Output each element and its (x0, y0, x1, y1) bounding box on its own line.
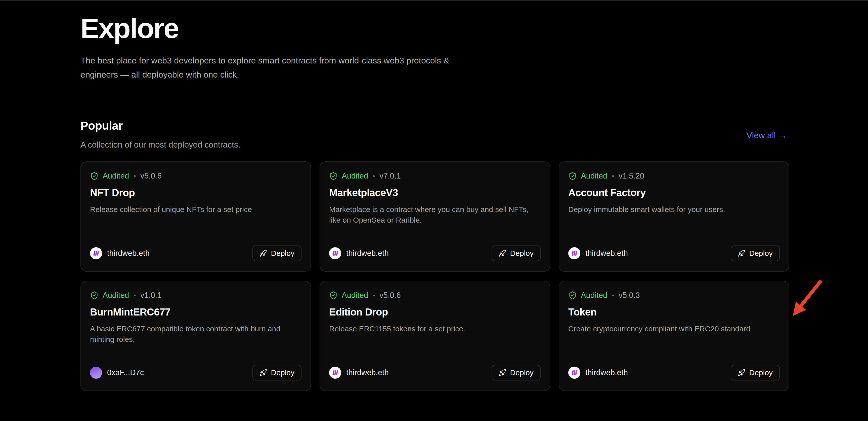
deploy-button[interactable]: Deploy (492, 365, 540, 381)
popular-heading: Popular (81, 119, 123, 133)
publisher-avatar[interactable] (329, 367, 341, 379)
contract-card-marketplacev3[interactable]: Audited • v7.0.1 MarketplaceV3 Marketpla… (319, 161, 550, 272)
contract-card-token[interactable]: Audited • v5.0.3 Token Create cryptocurr… (559, 281, 789, 391)
thirdweb-logo-icon (332, 370, 339, 376)
arrow-right-icon: → (779, 131, 787, 140)
card-footer: 0xaF...D7c Deploy (90, 365, 302, 381)
deploy-label: Deploy (510, 368, 534, 377)
audited-badge-label: Audited (102, 291, 129, 300)
deploy-button[interactable]: Deploy (731, 246, 780, 261)
version-label: v5.0.3 (619, 291, 640, 300)
contract-description: Release ERC1155 tokens for a set price. (329, 324, 541, 334)
audited-badge-label: Audited (102, 171, 129, 180)
thirdweb-logo-icon (571, 370, 578, 376)
popular-cards-grid: Audited • v5.0.6 NFT Drop Release collec… (81, 161, 789, 391)
shield-check-icon (329, 291, 338, 300)
publisher-name[interactable]: thirdweb.eth (585, 249, 628, 258)
rocket-icon (259, 250, 267, 257)
card-badge-row: Audited • v5.0.6 (90, 171, 162, 180)
deploy-label: Deploy (271, 368, 294, 377)
page-title: Explore (81, 12, 179, 45)
contract-title: BurnMintERC677 (90, 306, 170, 318)
card-footer: thirdweb.eth Deploy (329, 365, 540, 381)
audited-badge-label: Audited (581, 291, 607, 300)
deploy-button[interactable]: Deploy (252, 246, 302, 261)
contract-title: Token (568, 306, 596, 318)
contract-title: Edition Drop (329, 306, 388, 318)
top-divider (0, 0, 868, 1)
publisher-name[interactable]: thirdweb.eth (107, 249, 150, 258)
publisher-name[interactable]: thirdweb.eth (346, 368, 389, 377)
dot-separator: • (372, 291, 375, 299)
publisher-avatar[interactable] (329, 247, 341, 259)
contract-card-nft-drop[interactable]: Audited • v5.0.6 NFT Drop Release collec… (81, 161, 311, 272)
thirdweb-logo-icon (93, 250, 100, 256)
contract-title: MarketplaceV3 (329, 187, 398, 198)
version-label: v7.0.1 (379, 171, 401, 180)
deploy-button[interactable]: Deploy (731, 365, 780, 381)
rocket-icon (499, 250, 506, 257)
shield-check-icon (568, 172, 577, 180)
rocket-icon (738, 369, 745, 376)
dot-separator: • (611, 291, 615, 299)
version-label: v1.5.20 (619, 171, 644, 180)
rocket-icon (738, 250, 745, 257)
contract-description: Deploy immutable smart wallets for your … (568, 204, 781, 215)
contract-card-edition-drop[interactable]: Audited • v5.0.6 Edition Drop Release ER… (319, 281, 550, 391)
dot-separator: • (133, 172, 136, 180)
card-badge-row: Audited • v7.0.1 (329, 171, 401, 180)
contract-title: Account Factory (568, 187, 646, 198)
deploy-label: Deploy (510, 249, 534, 258)
deploy-button[interactable]: Deploy (252, 365, 302, 381)
deploy-label: Deploy (749, 368, 773, 377)
version-label: v1.0.1 (140, 291, 161, 300)
publisher-name[interactable]: thirdweb.eth (585, 368, 628, 377)
deploy-label: Deploy (271, 249, 294, 258)
card-footer: thirdweb.eth Deploy (90, 246, 302, 261)
popular-subheading: A collection of our most deployed contra… (81, 140, 241, 149)
shield-check-icon (329, 172, 338, 180)
shield-check-icon (90, 291, 99, 300)
shield-check-icon (90, 172, 99, 180)
dot-separator: • (372, 172, 375, 180)
contract-card-account-factory[interactable]: Audited • v1.5.20 Account Factory Deploy… (559, 161, 789, 272)
contract-description: Create cryptocurrency compliant with ERC… (568, 324, 781, 334)
version-label: v5.0.6 (140, 171, 161, 180)
publisher-name[interactable]: 0xaF...D7c (107, 368, 144, 377)
publisher-avatar[interactable] (90, 367, 102, 379)
annotation-arrow (783, 273, 826, 324)
publisher-name[interactable]: thirdweb.eth (346, 249, 389, 258)
card-badge-row: Audited • v1.0.1 (90, 291, 162, 300)
audited-badge-label: Audited (581, 171, 607, 180)
audited-badge-label: Audited (342, 291, 368, 300)
contract-description: Release collection of unique NFTs for a … (90, 204, 303, 215)
card-footer: thirdweb.eth Deploy (568, 246, 780, 261)
publisher-avatar[interactable] (568, 247, 580, 259)
contract-description: A basic ERC677 compatible token contract… (90, 324, 303, 345)
contract-description: Marketplace is a contract where you can … (329, 204, 541, 225)
contract-title: NFT Drop (90, 187, 135, 198)
rocket-icon (499, 369, 506, 376)
view-all-label: View all (746, 131, 776, 140)
audited-badge-label: Audited (342, 171, 368, 180)
view-all-link[interactable]: View all → (746, 131, 787, 140)
shield-check-icon (568, 291, 577, 300)
card-badge-row: Audited • v5.0.3 (568, 291, 640, 300)
dot-separator: • (133, 291, 136, 299)
rocket-icon (259, 369, 267, 376)
page-subtitle: The best place for web3 developers to ex… (81, 53, 458, 82)
dot-separator: • (611, 172, 615, 180)
deploy-button[interactable]: Deploy (492, 246, 540, 261)
card-footer: thirdweb.eth Deploy (568, 365, 780, 381)
card-footer: thirdweb.eth Deploy (329, 246, 540, 261)
publisher-avatar[interactable] (90, 247, 102, 259)
publisher-avatar[interactable] (568, 367, 580, 379)
thirdweb-logo-icon (571, 250, 578, 256)
card-badge-row: Audited • v5.0.6 (329, 291, 401, 300)
thirdweb-logo-icon (332, 250, 339, 256)
version-label: v5.0.6 (379, 291, 401, 300)
deploy-label: Deploy (749, 249, 773, 258)
contract-card-burnminterc677[interactable]: Audited • v1.0.1 BurnMintERC677 A basic … (81, 281, 311, 391)
card-badge-row: Audited • v1.5.20 (568, 171, 644, 180)
